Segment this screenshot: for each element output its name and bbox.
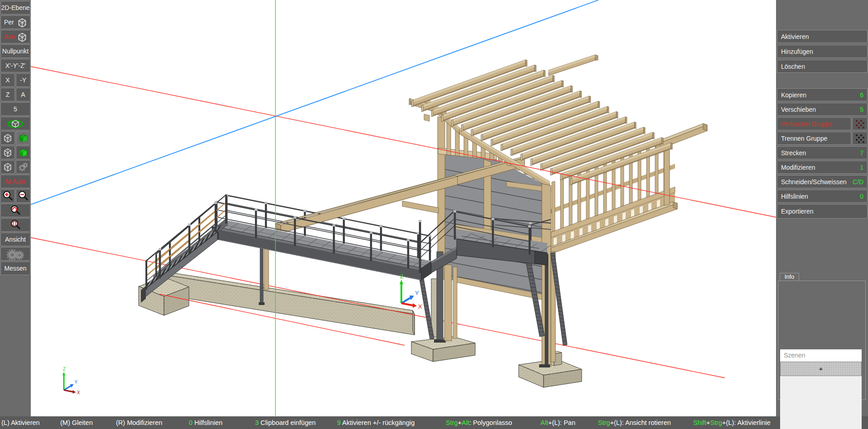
svg-text:Y: Y <box>74 380 77 385</box>
svg-text:Z: Z <box>400 273 404 280</box>
svg-text:X: X <box>418 303 422 310</box>
svg-text:Z: Z <box>63 367 66 372</box>
svg-text:X: X <box>77 390 80 395</box>
svg-text:Y: Y <box>415 290 419 296</box>
